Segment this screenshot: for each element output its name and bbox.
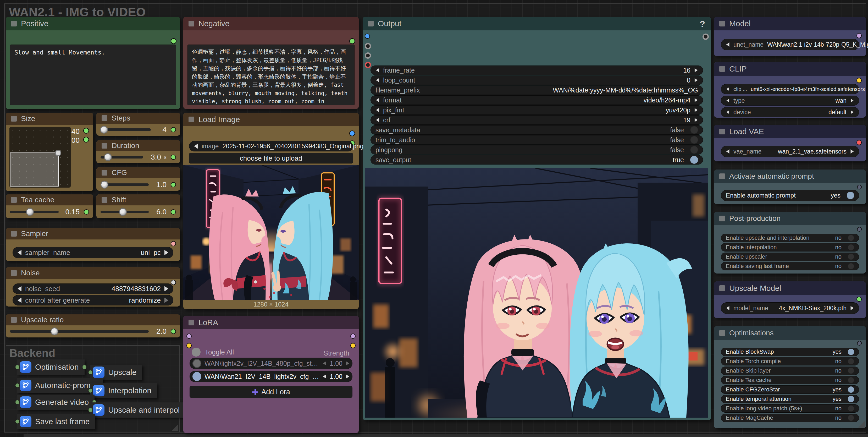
node-post-production-header[interactable]: Post-production xyxy=(714,212,866,225)
node-output-header[interactable]: Output xyxy=(363,17,711,30)
node-size-header[interactable]: Size xyxy=(6,113,93,125)
size-selection-rect[interactable] xyxy=(10,152,59,186)
decrement-icon[interactable] xyxy=(18,286,22,291)
slider-track[interactable] xyxy=(100,128,151,131)
vae-name-combo[interactable]: vae_name wan_2.1_vae.safetensors xyxy=(721,146,859,157)
node-clip-header[interactable]: CLIP xyxy=(714,62,866,76)
increment-icon[interactable] xyxy=(695,118,698,122)
collapse-icon[interactable] xyxy=(11,270,17,276)
collapse-icon[interactable] xyxy=(11,116,17,122)
slider-knob[interactable] xyxy=(100,181,108,188)
enable-skip-layer-toggle[interactable]: Enable Skip layer no xyxy=(721,367,859,375)
node-tea-cache-header[interactable]: Tea cache xyxy=(6,195,93,205)
collapse-icon[interactable] xyxy=(11,197,17,203)
slider-knob[interactable] xyxy=(104,153,112,161)
lora-enable-switch[interactable] xyxy=(192,359,202,368)
node-cfg-header[interactable]: CFG xyxy=(96,167,180,178)
node-upscale-ratio-header[interactable]: Upscale ratio xyxy=(6,314,180,325)
model-output-slot[interactable] xyxy=(350,333,355,339)
input-slot[interactable] xyxy=(15,383,20,388)
output-slot[interactable] xyxy=(82,365,87,370)
sampler-output-slot[interactable] xyxy=(171,241,176,246)
enable-tea-cache-toggle[interactable]: Enable Tea cache no xyxy=(721,376,859,384)
model-input-slot[interactable] xyxy=(186,333,192,339)
loop-count-combo[interactable]: loop_count 0 xyxy=(371,76,703,85)
collapse-icon[interactable] xyxy=(102,143,107,149)
enable-temporal-attention-toggle[interactable]: Enable temporal attention yes xyxy=(721,395,859,403)
decrement-icon[interactable] xyxy=(376,108,379,112)
format-combo[interactable]: format video/h264-mp4 xyxy=(371,95,703,105)
size-drag-handle[interactable] xyxy=(55,150,61,156)
strength-decrement-icon[interactable] xyxy=(323,374,326,379)
collapse-icon[interactable] xyxy=(188,117,194,122)
node-negative-header[interactable]: Negative xyxy=(183,17,359,30)
pix-fmt-combo[interactable]: pix_fmt yuv420p xyxy=(371,105,703,115)
decrement-icon[interactable] xyxy=(18,298,22,303)
collapse-icon[interactable] xyxy=(719,215,725,222)
backend-node-upscale-and-interpol[interactable]: Upscale and interpol xyxy=(90,402,186,418)
input-slot[interactable] xyxy=(15,365,20,370)
clip-output-slot[interactable] xyxy=(857,78,862,83)
choose-file-button[interactable]: choose file to upload xyxy=(189,153,353,164)
toggle-knob[interactable] xyxy=(848,405,854,412)
input-slot[interactable] xyxy=(88,388,93,393)
toggle-knob[interactable] xyxy=(690,156,698,164)
collapse-icon[interactable] xyxy=(719,285,725,291)
slider-track[interactable] xyxy=(100,211,149,213)
clip-name-combo[interactable]: clip ... umt5-xxl-encoder-fp8-e4m3fn-sca… xyxy=(721,84,859,94)
enable-upscale-interpolation-toggle[interactable]: Enable upscale and interpolation no xyxy=(721,234,859,242)
toggle-knob[interactable] xyxy=(848,358,854,365)
node-duration-header[interactable]: Duration xyxy=(96,140,180,151)
lora-row[interactable]: WAN\Wan21_I2V_14B_lightx2v_cfg_step_dist… xyxy=(190,371,352,382)
toggle-knob[interactable] xyxy=(848,254,854,260)
node-upscale-model-header[interactable]: Upscale Model xyxy=(714,281,866,295)
input-slot[interactable] xyxy=(88,370,93,375)
strength-decrement-icon[interactable] xyxy=(323,361,326,366)
collapse-icon[interactable] xyxy=(188,320,194,325)
node-resize-handle[interactable] xyxy=(858,421,865,428)
enable-upscaler-toggle[interactable]: Enable upscaler no xyxy=(721,253,859,261)
toggle-knob[interactable] xyxy=(848,396,854,402)
increment-icon[interactable] xyxy=(164,298,168,303)
lora-enable-switch[interactable] xyxy=(192,372,202,381)
collapse-icon[interactable] xyxy=(719,21,725,26)
node-load-image-header[interactable]: Load Image xyxy=(183,113,359,126)
output-slot[interactable] xyxy=(857,227,862,232)
decrement-icon[interactable] xyxy=(726,110,729,114)
unet-name-combo[interactable]: unet_name WAN\wan2.1-i2v-14b-720p-Q5_K_M… xyxy=(721,39,859,50)
slider-track[interactable] xyxy=(10,211,59,213)
steps-output-slot[interactable] xyxy=(171,127,176,132)
toggle-knob[interactable] xyxy=(848,377,854,383)
sampler-name-combo[interactable]: sampler_name uni_pc xyxy=(12,247,173,258)
node-shift-header[interactable]: Shift xyxy=(96,195,180,205)
crf-combo[interactable]: crf 19 xyxy=(371,115,703,125)
enable-automatic-prompt-toggle[interactable]: Enable automatic prompt yes xyxy=(721,190,859,201)
toggle-knob[interactable] xyxy=(848,386,854,393)
collapse-icon[interactable] xyxy=(102,170,107,176)
strength-increment-icon[interactable] xyxy=(346,374,349,379)
image-file-combo[interactable]: image 2025-11-02-1956_704028015994383_Or… xyxy=(189,141,353,151)
increment-icon[interactable] xyxy=(164,286,168,291)
node-model-header[interactable]: Model xyxy=(714,17,866,30)
increment-icon[interactable] xyxy=(695,108,698,112)
filename-prefix-field[interactable]: filename_prefix WAN/%date:yyyy-MM-dd%/%d… xyxy=(371,85,703,95)
width-output-slot[interactable] xyxy=(83,128,89,134)
images-input-slot[interactable] xyxy=(365,33,370,39)
collapse-icon[interactable] xyxy=(188,21,194,26)
enable-cfgzerostar-toggle[interactable]: Enable CFGZeroStar yes xyxy=(721,385,859,394)
collapse-icon[interactable] xyxy=(719,128,725,135)
backend-node-optimisation[interactable]: Optimisation xyxy=(17,359,85,375)
filenames-output-slot[interactable] xyxy=(703,33,709,40)
slider-track[interactable] xyxy=(10,330,149,333)
collapse-icon[interactable] xyxy=(11,317,17,323)
upscale-ratio-slider[interactable]: 2.0 xyxy=(6,325,180,338)
enable-saving-last-frame-toggle[interactable]: Enable saving last frame no xyxy=(721,262,859,270)
decrement-icon[interactable] xyxy=(376,78,379,82)
slider-track[interactable] xyxy=(100,183,149,186)
backend-node-interpolation[interactable]: Interpolation xyxy=(90,383,157,398)
add-lora-button[interactable]: Add Lora xyxy=(190,386,352,398)
pingpong-toggle[interactable]: pingpong false xyxy=(371,145,703,154)
slider-knob[interactable] xyxy=(51,327,58,336)
toggle-knob[interactable] xyxy=(848,415,854,421)
backend-node-save-last-frame[interactable]: Save last frame xyxy=(17,414,95,429)
